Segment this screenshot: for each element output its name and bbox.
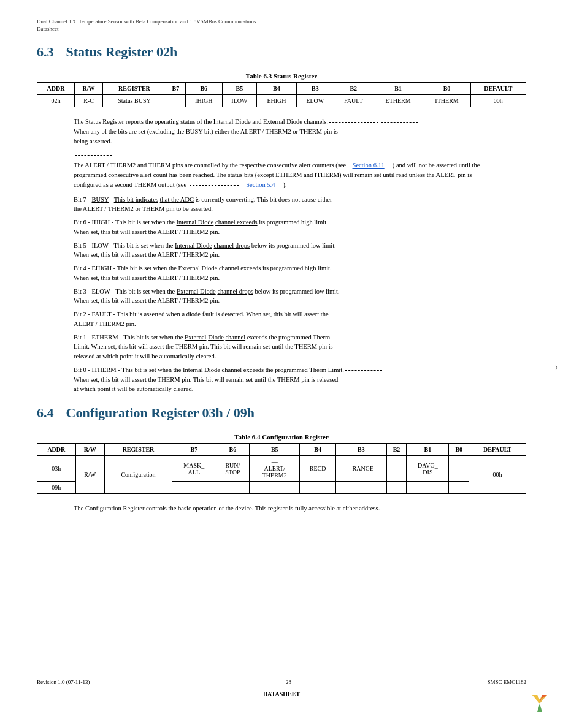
cell-b1-empty bbox=[407, 482, 449, 494]
col-b3: B3 bbox=[296, 83, 334, 95]
footer-page: 28 bbox=[286, 679, 291, 685]
col-rw: R/W bbox=[75, 444, 104, 456]
page: Dual Channel 1°C Temperature Sensor with… bbox=[0, 0, 563, 728]
section-63-title: Status Register 02h bbox=[66, 44, 178, 60]
cell-b7 bbox=[166, 95, 185, 107]
cell-b7-empty bbox=[172, 482, 216, 494]
cell-default-00h: 00h bbox=[469, 456, 526, 494]
cell-b5-alert: —ALERT/THERM2 bbox=[250, 456, 300, 482]
cell-b7-mask: MASK_ALL bbox=[172, 456, 216, 482]
cell-b5-empty bbox=[250, 482, 300, 494]
section-64-number: 6.4 bbox=[37, 405, 54, 421]
cell-b6-empty bbox=[216, 482, 250, 494]
body-text-64: The Configuration Register controls the … bbox=[74, 504, 489, 514]
bit3-desc: Bit 3 - ELOW - This bit is set when the … bbox=[74, 287, 489, 306]
body-text-2: The ALERT / THERM2 and THERM pins are co… bbox=[74, 161, 489, 189]
cell-b0-dash: - bbox=[449, 456, 469, 482]
col-b4: B4 bbox=[300, 444, 336, 456]
col-register: REGISTER bbox=[102, 83, 166, 95]
cell-default: 00h bbox=[470, 95, 526, 107]
cell-b3-empty bbox=[336, 482, 387, 494]
col-register: REGISTER bbox=[104, 444, 172, 456]
footer-top: Revision 1.0 (07-11-13) 28 SMSC EMC1182 bbox=[37, 679, 526, 685]
table-row-1: 03h R/W Configuration MASK_ALL RUN/STOP … bbox=[37, 456, 526, 482]
body-text-1: The Status Register reports the operatin… bbox=[74, 117, 489, 146]
col-addr: ADDR bbox=[37, 83, 75, 95]
cell-b0: ITHERM bbox=[423, 95, 470, 107]
cell-rw-config: R/W bbox=[75, 456, 104, 494]
col-b7: B7 bbox=[172, 444, 216, 456]
footer-company: SMSC EMC1182 bbox=[488, 679, 526, 685]
doc-title: Dual Channel 1°C Temperature Sensor with… bbox=[37, 18, 526, 25]
cell-b4-recd: RECD bbox=[300, 456, 336, 482]
col-b6: B6 bbox=[216, 444, 250, 456]
doc-subtitle: Datasheet bbox=[37, 26, 526, 32]
cell-rw: R-C bbox=[75, 95, 103, 107]
section-64-title: Configuration Register 03h / 09h bbox=[66, 405, 255, 421]
col-b4: B4 bbox=[257, 83, 297, 95]
col-b6: B6 bbox=[185, 83, 222, 95]
footer-revision: Revision 1.0 (07-11-13) bbox=[37, 679, 90, 685]
cell-register-config: Configuration bbox=[104, 456, 172, 494]
section-54-link[interactable]: Section 5.4 bbox=[246, 181, 275, 188]
svg-marker-1 bbox=[532, 695, 540, 703]
table-63-caption: Table 6.3 Status Register bbox=[37, 72, 526, 80]
col-b5: B5 bbox=[222, 83, 256, 95]
section-64-heading: 6.4 Configuration Register 03h / 09h bbox=[37, 405, 526, 421]
cell-b3-range: - RANGE bbox=[336, 456, 387, 482]
cell-b2-empty bbox=[386, 456, 407, 482]
col-b2: B2 bbox=[386, 444, 407, 456]
cell-b6: IHIGH bbox=[185, 95, 222, 107]
cell-addr-03h: 03h bbox=[37, 456, 76, 482]
cell-addr-09h: 09h bbox=[37, 482, 76, 494]
cell-b1: ETHERM bbox=[373, 95, 423, 107]
bit5-desc: Bit 5 - ILOW - This bit is set when the … bbox=[74, 241, 489, 260]
section-63-heading: 6.3 Status Register 02h bbox=[37, 44, 526, 60]
col-b0: B0 bbox=[423, 83, 470, 95]
cell-b4: EHIGH bbox=[257, 95, 297, 107]
cell-b0-empty bbox=[449, 482, 469, 494]
company-logo bbox=[529, 692, 551, 715]
bit1-desc: Bit 1 - ETHERM - This bit is set when th… bbox=[74, 333, 489, 362]
table-row: 02h R-C Status BUSY IHIGH ILOW EHIGH ELO… bbox=[37, 95, 526, 107]
col-b1: B1 bbox=[407, 444, 449, 456]
section-63-number: 6.3 bbox=[37, 44, 54, 60]
bit4-desc: Bit 4 - EHIGH - This bit is set when the… bbox=[74, 264, 489, 283]
cell-addr: 02h bbox=[37, 95, 75, 107]
table-64: ADDR R/W REGISTER B7 B6 B5 B4 B3 B2 B1 B… bbox=[37, 443, 526, 494]
col-b3: B3 bbox=[336, 444, 387, 456]
cell-b1-davg: DAVG_DIS bbox=[407, 456, 449, 482]
cell-b2: FAULT bbox=[334, 95, 373, 107]
cell-b6-run: RUN/STOP bbox=[216, 456, 250, 482]
col-b5: B5 bbox=[250, 444, 300, 456]
cell-register: Status BUSY bbox=[102, 95, 166, 107]
table-63: ADDR R/W REGISTER B7 B6 B5 B4 B3 B2 B1 B… bbox=[37, 82, 526, 107]
nav-arrow-right[interactable]: › bbox=[555, 362, 558, 373]
cell-b2-empty2 bbox=[386, 482, 407, 494]
bit0-desc: Bit 0 - ITHERM - This bit is set when th… bbox=[74, 365, 489, 394]
col-b2: B2 bbox=[334, 83, 373, 95]
col-b7: B7 bbox=[166, 83, 185, 95]
footer-bottom: DATASHEET bbox=[37, 688, 526, 697]
bit7-desc: Bit 7 - BUSY - This bit indicates that t… bbox=[74, 195, 489, 214]
bit2-desc: Bit 2 - FAULT - This bit is asserted whe… bbox=[74, 309, 489, 329]
svg-marker-3 bbox=[537, 703, 542, 712]
cell-b5: ILOW bbox=[222, 95, 256, 107]
cell-b3: ELOW bbox=[296, 95, 334, 107]
cell-b4-empty bbox=[300, 482, 336, 494]
bit6-desc: Bit 6 - IHIGH - This bit is set when the… bbox=[74, 218, 489, 237]
col-rw: R/W bbox=[75, 83, 103, 95]
col-default: DEFAULT bbox=[470, 83, 526, 95]
col-addr: ADDR bbox=[37, 444, 76, 456]
table-64-caption: Table 6.4 Configuration Register bbox=[37, 433, 526, 441]
logo-area bbox=[529, 692, 551, 716]
col-b0: B0 bbox=[449, 444, 469, 456]
col-default: DEFAULT bbox=[469, 444, 526, 456]
col-b1: B1 bbox=[373, 83, 423, 95]
section-611-link[interactable]: Section 6.11 bbox=[353, 162, 385, 169]
